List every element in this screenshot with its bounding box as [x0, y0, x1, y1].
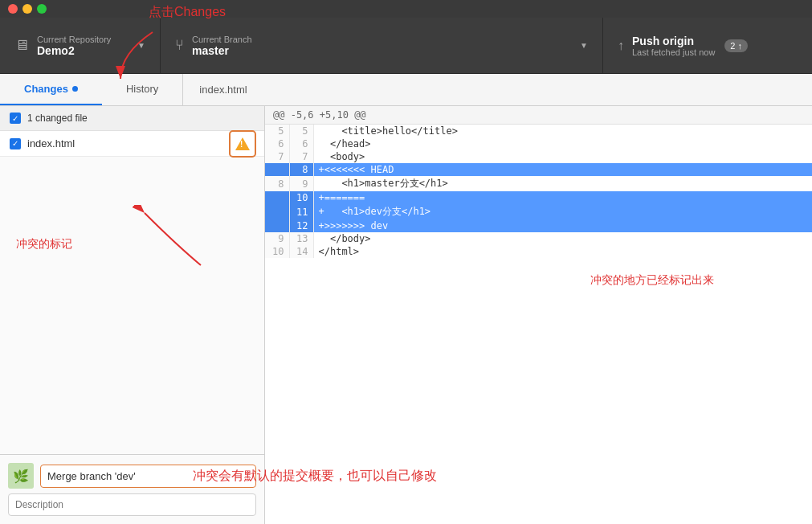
push-icon: ↑	[618, 39, 624, 53]
push-title: Push origin	[632, 35, 715, 47]
file-item-index[interactable]: index.html	[0, 131, 264, 157]
left-panel: 1 changed file index.html 🌿	[0, 106, 265, 524]
tabs-bar: Changes History index.html	[0, 74, 812, 106]
filename: index.html	[27, 137, 255, 149]
file-checkbox[interactable]	[10, 138, 21, 149]
all-files-checkbox[interactable]	[10, 113, 21, 124]
diff-panel[interactable]: @@ -5,6 +5,10 @@ 55 <title>hello</title>…	[265, 106, 812, 524]
table-row: 77 <body>	[265, 150, 812, 163]
maximize-button[interactable]	[37, 4, 47, 14]
warning-icon-box	[229, 130, 256, 158]
commit-input-row: 🌿	[8, 463, 256, 489]
table-row: 55 <title>hello</title>	[265, 125, 812, 137]
main-content: 1 changed file index.html 🌿 @@ -5,6 +5,1…	[0, 106, 812, 524]
branch-name: master	[192, 44, 252, 57]
changes-tab-label: Changes	[24, 83, 68, 95]
branch-icon: ⑂	[175, 37, 184, 54]
repo-text: Current Repository Demo2	[37, 35, 111, 57]
diff-header: @@ -5,6 +5,10 @@	[265, 106, 812, 125]
branch-label: Current Branch	[192, 35, 252, 44]
table-row: 12+>>>>>>> dev	[265, 219, 812, 232]
table-row: 66 </head>	[265, 137, 812, 150]
branch-text: Current Branch master	[192, 35, 252, 57]
avatar: 🌿	[8, 463, 34, 489]
repo-chevron: ▼	[129, 41, 145, 50]
traffic-lights	[8, 4, 47, 14]
left-panel-spacer	[0, 157, 264, 454]
titlebar	[0, 0, 812, 18]
table-row: 913 </body>	[265, 232, 812, 245]
push-button[interactable]: ↑ Push origin Last fetched just now 2 ↑	[603, 18, 812, 73]
description-input[interactable]	[8, 493, 256, 516]
commit-message-input[interactable]	[40, 465, 256, 488]
changed-files-count: 1 changed file	[27, 113, 88, 124]
table-row: 1014</html>	[265, 245, 812, 258]
warning-triangle-icon	[235, 137, 250, 150]
commit-area: 🌿	[0, 454, 264, 524]
toolbar: 🖥 Current Repository Demo2 ▼ ⑂ Current B…	[0, 18, 812, 74]
close-button[interactable]	[8, 4, 18, 14]
branch-selector[interactable]: ⑂ Current Branch master ▼	[161, 18, 603, 73]
repo-icon: 🖥	[14, 37, 29, 54]
repo-selector[interactable]: 🖥 Current Repository Demo2 ▼	[0, 18, 161, 73]
repo-name: Demo2	[37, 44, 111, 57]
tab-history[interactable]: History	[102, 74, 182, 105]
push-sub: Last fetched just now	[632, 47, 715, 57]
minimize-button[interactable]	[22, 4, 32, 14]
file-tab-label: index.html	[199, 84, 247, 96]
file-tab: index.html	[182, 74, 812, 105]
repo-label: Current Repository	[37, 35, 111, 44]
push-text: Push origin Last fetched just now	[632, 35, 715, 57]
table-row: 89 <h1>master分支</h1>	[265, 176, 812, 191]
changes-dot	[72, 86, 78, 92]
tab-changes[interactable]: Changes	[0, 74, 102, 105]
table-row: 10+=======	[265, 191, 812, 204]
history-tab-label: History	[126, 83, 158, 95]
push-badge: 2 ↑	[724, 39, 748, 52]
table-row: 8+<<<<<<< HEAD	[265, 163, 812, 176]
changed-files-header: 1 changed file	[0, 106, 264, 131]
table-row: 11+ <h1>dev分支</h1>	[265, 204, 812, 219]
branch-chevron: ▼	[572, 41, 588, 50]
diff-table: 55 <title>hello</title>66 </head>77 <bod…	[265, 125, 812, 258]
